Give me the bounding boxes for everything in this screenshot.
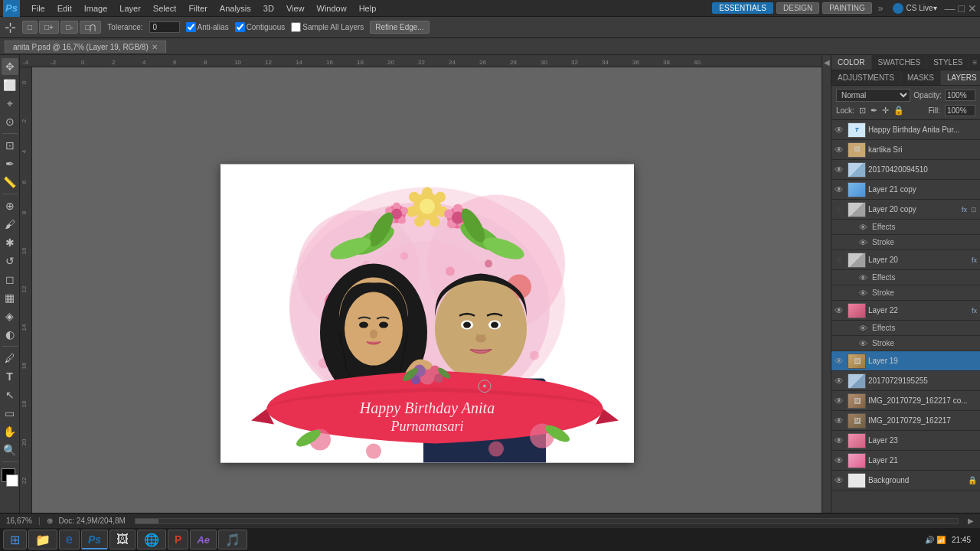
tolerance-input[interactable] bbox=[149, 21, 180, 33]
pen-tool[interactable]: 🖊 bbox=[2, 350, 18, 367]
layer-row-layer22[interactable]: 👁 Layer 22 fx bbox=[831, 301, 980, 321]
painting-btn[interactable]: PAINTING bbox=[822, 2, 871, 14]
menu-view[interactable]: View bbox=[281, 2, 310, 15]
clone-stamp-tool[interactable]: ✱ bbox=[2, 234, 18, 251]
history-brush-tool[interactable]: ↺ bbox=[2, 253, 18, 269]
hand-tool[interactable]: ✋ bbox=[2, 423, 18, 440]
taskbar-powerpoint[interactable]: P bbox=[168, 530, 188, 549]
layer-visibility-eye[interactable]: 👁 bbox=[835, 475, 845, 486]
taskbar-other[interactable]: 🎵 bbox=[218, 530, 247, 549]
taskbar-aftereffects[interactable]: Ae bbox=[190, 530, 217, 549]
effect-visibility-eye[interactable]: 👁 bbox=[859, 273, 870, 282]
sample-all-label[interactable]: Sample All Layers bbox=[291, 22, 364, 32]
rectangular-marquee-tool[interactable]: ⬜ bbox=[2, 77, 18, 93]
blur-tool[interactable]: ◈ bbox=[2, 308, 18, 324]
color-selector[interactable] bbox=[0, 468, 20, 494]
layers-list[interactable]: 👁 T Happy Birthday Anita Pur... 👁 🖼 kart… bbox=[831, 120, 980, 517]
menu-select[interactable]: Select bbox=[148, 2, 182, 15]
crop-tool[interactable]: ⊡ bbox=[2, 137, 18, 154]
taskbar-photoshop[interactable]: Ps bbox=[81, 530, 108, 549]
main-canvas[interactable]: Happy Birthday Anita Purnamasari bbox=[220, 165, 634, 463]
color-tab[interactable]: COLOR bbox=[831, 55, 872, 70]
panel-collapse-btn[interactable]: ◀ bbox=[822, 55, 831, 536]
background-color[interactable] bbox=[6, 474, 18, 487]
stroke-visibility-eye[interactable]: 👁 bbox=[859, 339, 870, 348]
ruler-tool[interactable]: 📏 bbox=[2, 174, 18, 191]
layer-visibility-eye[interactable]: 👁 bbox=[835, 435, 845, 446]
masks-tab[interactable]: MASKS bbox=[901, 70, 941, 85]
layer-visibility-eye[interactable]: 👁 bbox=[835, 396, 845, 406]
effect-visibility-eye[interactable]: 👁 bbox=[859, 324, 870, 333]
taskbar-chrome[interactable]: 🌐 bbox=[137, 530, 166, 549]
menu-3d[interactable]: 3D bbox=[258, 2, 279, 15]
restore-btn[interactable]: □ bbox=[959, 2, 965, 15]
menu-layer[interactable]: Layer bbox=[114, 2, 146, 15]
lock-all-icon[interactable]: 🔒 bbox=[893, 106, 904, 116]
effect-visibility-eye[interactable]: 👁 bbox=[859, 223, 870, 232]
menu-window[interactable]: Window bbox=[312, 2, 352, 15]
design-btn[interactable]: DESIGN bbox=[776, 2, 819, 14]
adjustments-tab[interactable]: ADJUSTMENTS bbox=[831, 70, 901, 85]
layer-row-happy-birthday[interactable]: 👁 T Happy Birthday Anita Pur... bbox=[831, 120, 980, 140]
layer-row-20170420[interactable]: 👁 20170420094510 bbox=[831, 160, 980, 180]
layer-visibility-eye[interactable]: 👁 bbox=[835, 455, 845, 466]
swatches-tab[interactable]: SWATCHES bbox=[872, 55, 928, 70]
layer-visibility-eye[interactable]: 👁 bbox=[835, 184, 845, 195]
intersect-selection-btn[interactable]: □⋂ bbox=[80, 21, 101, 34]
layer-visibility-eye[interactable]: 👁 bbox=[835, 204, 845, 215]
layer-visibility-eye[interactable]: 👁 bbox=[835, 255, 845, 266]
layers-tab[interactable]: LAYERS bbox=[941, 70, 980, 85]
rectangle-tool[interactable]: ▭ bbox=[2, 405, 18, 422]
refine-edge-btn[interactable]: Refine Edge... bbox=[370, 21, 429, 34]
start-button[interactable]: ⊞ bbox=[3, 530, 27, 549]
canvas-container[interactable]: Happy Birthday Anita Purnamasari bbox=[32, 67, 822, 536]
quick-select-tool[interactable]: ⊙ bbox=[2, 113, 18, 130]
essentials-btn[interactable]: ESSENTIALS bbox=[712, 2, 773, 14]
scroll-right-arrow[interactable]: ▶ bbox=[968, 517, 974, 525]
menu-analysis[interactable]: Analysis bbox=[214, 2, 256, 15]
gradient-tool[interactable]: ▦ bbox=[2, 289, 18, 306]
fill-input[interactable] bbox=[945, 105, 975, 116]
layer-row-layer20copy[interactable]: 👁 Layer 20 copy fx ⊡ bbox=[831, 200, 980, 220]
lock-position-icon[interactable]: ✛ bbox=[882, 106, 889, 116]
stroke-visibility-eye[interactable]: 👁 bbox=[859, 238, 870, 247]
taskbar-ie[interactable]: e bbox=[59, 530, 80, 549]
layer-visibility-eye[interactable]: 👁 bbox=[835, 376, 845, 386]
layer-row-layer23[interactable]: 👁 Layer 23 bbox=[831, 431, 980, 451]
brush-tool[interactable]: 🖌 bbox=[2, 216, 18, 233]
sample-all-checkbox[interactable] bbox=[291, 22, 301, 32]
layer-row-layer19[interactable]: 👁 🖼 Layer 19 bbox=[831, 351, 980, 371]
tab-close-btn[interactable]: ✕ bbox=[152, 43, 158, 51]
layer-visibility-eye[interactable]: 👁 bbox=[835, 125, 845, 135]
new-selection-btn[interactable]: □ bbox=[22, 21, 38, 34]
layer-row-20170729[interactable]: 👁 20170729195255 bbox=[831, 371, 980, 391]
eyedropper-tool[interactable]: ✒ bbox=[2, 155, 18, 172]
path-selection-tool[interactable]: ↖ bbox=[2, 386, 18, 403]
move-tool[interactable]: ✥ bbox=[2, 58, 18, 75]
menu-help[interactable]: Help bbox=[354, 2, 382, 15]
navigator-btn[interactable]: ⊕ bbox=[47, 517, 53, 525]
lasso-tool[interactable]: ⌖ bbox=[2, 95, 18, 112]
layer-visibility-eye[interactable]: 👁 bbox=[835, 165, 845, 175]
layer-visibility-eye[interactable]: 👁 bbox=[835, 305, 845, 316]
eraser-tool[interactable]: ◻ bbox=[2, 271, 18, 288]
healing-brush-tool[interactable]: ⊕ bbox=[2, 197, 18, 214]
text-tool[interactable]: T bbox=[2, 368, 18, 385]
add-selection-btn[interactable]: □+ bbox=[39, 21, 59, 34]
more-workspaces-icon[interactable]: » bbox=[878, 3, 884, 14]
dodge-tool[interactable]: ◐ bbox=[2, 326, 18, 343]
taskbar-explorer[interactable]: 📁 bbox=[28, 530, 57, 549]
layer-row-kartika[interactable]: 👁 🖼 kartika Sri bbox=[831, 140, 980, 160]
lock-paint-icon[interactable]: ✒ bbox=[871, 106, 877, 116]
antialias-label[interactable]: Anti-alias bbox=[186, 22, 229, 32]
blend-mode-select[interactable]: Normal bbox=[836, 89, 910, 102]
layer-row-img1[interactable]: 👁 🖼 IMG_20170729_162217 co... bbox=[831, 391, 980, 411]
layer-visibility-eye[interactable]: 👁 bbox=[835, 145, 845, 155]
lock-transparency-icon[interactable]: ⊡ bbox=[859, 106, 866, 116]
layer-visibility-eye[interactable]: 👁 bbox=[835, 416, 845, 426]
menu-image[interactable]: Image bbox=[79, 2, 113, 15]
scroll-thumb[interactable] bbox=[136, 519, 158, 523]
layer-row-layer21copy[interactable]: 👁 Layer 21 copy bbox=[831, 180, 980, 200]
layer-row-img2[interactable]: 👁 🖼 IMG_20170729_162217 bbox=[831, 411, 980, 431]
panel-menu-btn[interactable]: ≡ bbox=[969, 55, 980, 70]
